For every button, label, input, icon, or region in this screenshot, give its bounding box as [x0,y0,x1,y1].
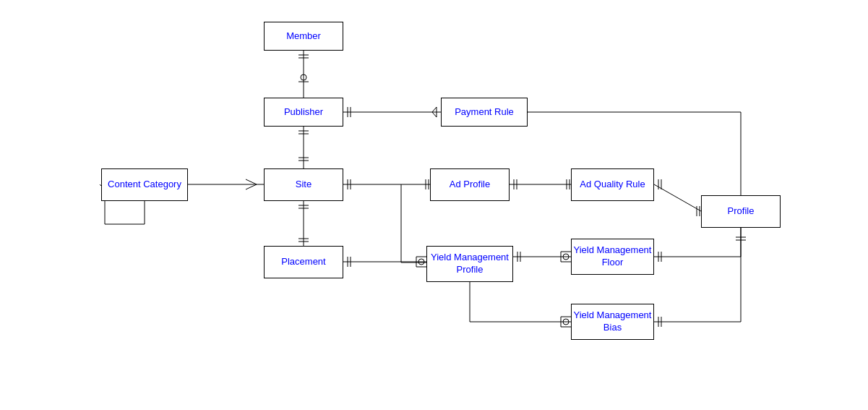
ad-profile-entity: Ad Profile [430,168,510,201]
ad-quality-rule-entity: Ad Quality Rule [571,168,654,201]
svg-line-13 [246,179,257,184]
svg-line-14 [246,184,257,189]
profile-entity: Profile [701,195,781,228]
er-diagram: Member Publisher Content Category Site P… [0,0,868,410]
content-category-entity: Content Category [101,168,188,201]
payment-rule-entity: Payment Rule [441,98,528,127]
svg-line-33 [432,107,437,112]
svg-line-34 [432,112,437,117]
yield-mgmt-floor-entity: Yield Management Floor [571,239,654,275]
yield-mgmt-bias-entity: Yield Management Bias [571,304,654,340]
publisher-entity: Publisher [264,98,343,127]
site-entity: Site [264,168,343,201]
yield-mgmt-profile-entity: Yield Management Profile [426,246,513,282]
member-entity: Member [264,22,343,51]
placement-entity: Placement [264,246,343,278]
